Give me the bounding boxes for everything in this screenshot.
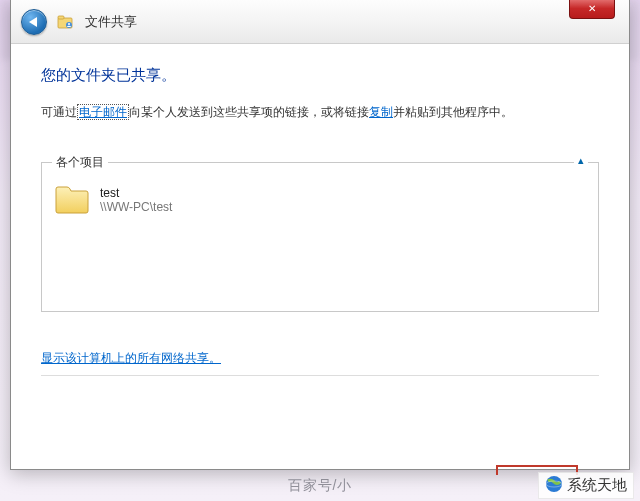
collapse-button[interactable]: ▴ [574, 154, 588, 167]
chevron-up-icon: ▴ [578, 154, 584, 166]
items-groupbox: 各个项目 ▴ t [41, 162, 599, 312]
email-link[interactable]: 电子邮件 [77, 104, 129, 120]
svg-point-3 [68, 23, 70, 25]
back-button[interactable] [21, 9, 47, 35]
back-arrow-icon [29, 17, 37, 27]
titlebar-controls: ✕ [569, 0, 615, 19]
item-name: test [100, 186, 172, 200]
watermark-left: 百家号/小 [288, 477, 353, 495]
close-icon: ✕ [588, 3, 596, 14]
item-text: test \\WW-PC\test [100, 186, 172, 214]
instruction-post: 并粘贴到其他程序中。 [393, 105, 513, 119]
show-all-shares-link[interactable]: 显示该计算机上的所有网络共享。 [41, 350, 599, 367]
file-sharing-window: ✕ 文件共享 您的文件夹已共享。 可通过电子邮件向某个人发送到这些共享项的链接，… [10, 0, 630, 470]
separator [41, 375, 599, 376]
header-title: 文件共享 [85, 13, 137, 31]
item-path: \\WW-PC\test [100, 200, 172, 214]
svg-rect-1 [58, 16, 64, 19]
watermark-right: 系统天地 [538, 472, 634, 499]
watermark-right-text: 系统天地 [567, 476, 627, 495]
close-button[interactable]: ✕ [569, 0, 615, 19]
globe-icon [545, 475, 563, 496]
instruction-text: 可通过电子邮件向某个人发送到这些共享项的链接，或将链接复制并粘贴到其他程序中。 [41, 103, 599, 122]
instruction-mid: 向某个人发送到这些共享项的链接，或将链接 [129, 105, 369, 119]
page-heading: 您的文件夹已共享。 [41, 66, 599, 85]
copy-link[interactable]: 复制 [369, 105, 393, 119]
folder-icon [54, 185, 90, 215]
share-folder-icon [57, 13, 75, 31]
wizard-header: 文件共享 [11, 0, 629, 44]
group-legend: 各个项目 [52, 154, 108, 171]
content-area: 您的文件夹已共享。 可通过电子邮件向某个人发送到这些共享项的链接，或将链接复制并… [11, 44, 629, 469]
list-item[interactable]: test \\WW-PC\test [54, 181, 586, 219]
instruction-pre: 可通过 [41, 105, 77, 119]
